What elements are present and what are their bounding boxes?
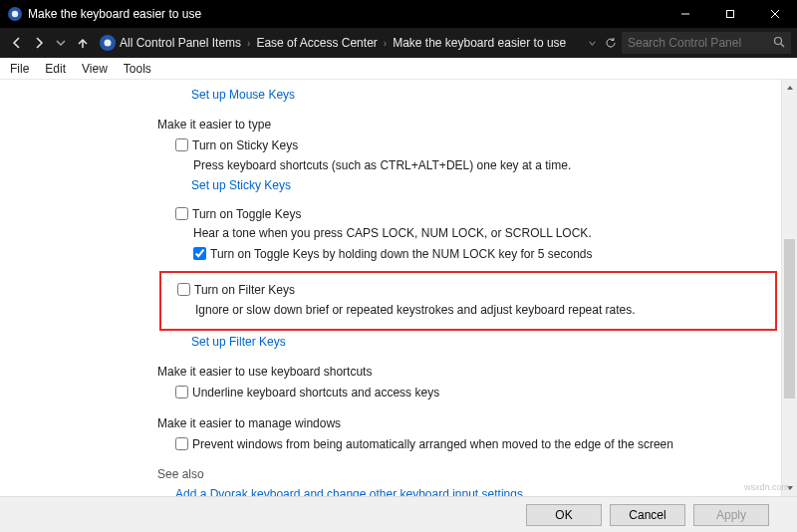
link-filter-keys[interactable]: Set up Filter Keys (191, 335, 777, 349)
forward-button[interactable] (28, 32, 50, 54)
back-button[interactable] (6, 32, 28, 54)
menu-tools[interactable]: Tools (118, 60, 157, 78)
address-dropdown[interactable] (584, 39, 600, 48)
svg-rect-2 (726, 11, 733, 18)
menu-edit[interactable]: Edit (39, 60, 72, 78)
checkbox-sticky-keys[interactable] (175, 138, 188, 151)
dialog-button-bar: OK Cancel Apply (0, 496, 797, 532)
search-input[interactable] (628, 36, 767, 50)
breadcrumb-item-keyboard[interactable]: Make the keyboard easier to use (393, 36, 566, 50)
watermark: wsxdn.com (744, 482, 789, 492)
minimize-button[interactable] (663, 0, 707, 28)
navbar: All Control Panel Items › Ease of Access… (0, 28, 797, 58)
recent-dropdown[interactable] (50, 32, 72, 54)
breadcrumb: All Control Panel Items › Ease of Access… (120, 36, 584, 50)
breadcrumb-item-all[interactable]: All Control Panel Items (120, 36, 241, 50)
link-dvorak[interactable]: Add a Dvorak keyboard and change other k… (175, 487, 777, 496)
apply-button[interactable]: Apply (693, 504, 769, 526)
link-sticky-keys[interactable]: Set up Sticky Keys (191, 178, 777, 192)
window-controls (663, 0, 797, 28)
refresh-button[interactable] (600, 37, 622, 49)
chevron-right-icon: › (384, 38, 387, 49)
svg-point-7 (775, 37, 782, 44)
up-button[interactable] (72, 32, 94, 54)
highlight-filter-keys: Turn on Filter Keys Ignore or slow down … (159, 271, 777, 331)
section-see-also: See also (157, 467, 777, 481)
titlebar: Make the keyboard easier to use (0, 0, 797, 28)
label-underline-shortcuts: Underline keyboard shortcuts and access … (192, 385, 439, 401)
search-icon (773, 36, 785, 51)
link-mouse-keys[interactable]: Set up Mouse Keys (191, 88, 777, 102)
svg-point-6 (105, 40, 112, 47)
vertical-scrollbar[interactable] (781, 80, 797, 496)
window-title: Make the keyboard easier to use (28, 7, 663, 21)
search-box[interactable] (622, 32, 791, 54)
menu-view[interactable]: View (76, 60, 114, 78)
checkbox-toggle-numlock[interactable] (193, 247, 206, 260)
cancel-button[interactable]: Cancel (610, 504, 685, 526)
menubar: File Edit View Tools (0, 58, 797, 80)
label-toggle-keys: Turn on Toggle Keys (192, 206, 301, 223)
checkbox-underline-shortcuts[interactable] (175, 386, 188, 399)
desc-toggle-keys: Hear a tone when you press CAPS LOCK, NU… (193, 225, 777, 242)
desc-sticky-keys: Press keyboard shortcuts (such as CTRL+A… (193, 157, 777, 174)
svg-point-0 (12, 11, 18, 17)
section-type-easier: Make it easier to type (157, 118, 777, 132)
content-area: Set up Mouse Keys Make it easier to type… (0, 80, 797, 496)
label-sticky-keys: Turn on Sticky Keys (192, 137, 298, 154)
label-prevent-arrange: Prevent windows from being automatically… (192, 436, 673, 453)
checkbox-toggle-keys[interactable] (175, 207, 188, 220)
svg-marker-9 (787, 86, 793, 90)
label-toggle-numlock: Turn on Toggle Keys by holding down the … (210, 246, 593, 263)
ok-button[interactable]: OK (526, 504, 602, 526)
desc-filter-keys: Ignore or slow down brief or repeated ke… (195, 302, 765, 319)
maximize-button[interactable] (707, 0, 752, 28)
label-filter-keys: Turn on Filter Keys (194, 282, 295, 299)
section-shortcuts: Make it easier to use keyboard shortcuts (157, 365, 777, 379)
control-panel-icon (8, 7, 22, 21)
scroll-thumb[interactable] (784, 239, 795, 399)
section-manage-windows: Make it easier to manage windows (157, 416, 777, 430)
chevron-right-icon: › (247, 38, 250, 49)
checkbox-filter-keys[interactable] (177, 283, 190, 296)
location-icon (100, 35, 116, 51)
close-button[interactable] (752, 0, 797, 28)
svg-line-8 (781, 44, 784, 47)
scroll-up-icon[interactable] (782, 80, 797, 96)
checkbox-prevent-arrange[interactable] (175, 437, 188, 450)
breadcrumb-item-ease[interactable]: Ease of Access Center (256, 36, 377, 50)
menu-file[interactable]: File (4, 60, 35, 78)
